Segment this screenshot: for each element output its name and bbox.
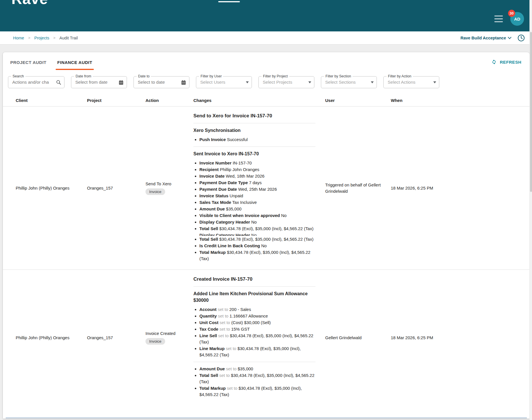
- refresh-icon: [491, 59, 497, 65]
- bottom-pagination-edge: [6, 417, 527, 419]
- column-header-action: Action: [145, 95, 193, 106]
- user-cell: Gellert Grindelwald: [325, 330, 391, 345]
- column-header-client: Client: [16, 95, 87, 106]
- column-header-when: When: [391, 95, 529, 106]
- change-item: Display Category Header No: [199, 219, 315, 225]
- table-row: Phillip John (Philly) OrangesOranges_157…: [3, 270, 529, 405]
- change-title: Created Invoice IN-157-70: [193, 274, 315, 283]
- filter-action-label: Filter by Action: [387, 74, 413, 78]
- calendar-icon[interactable]: [118, 80, 124, 85]
- when-cell: 18 Mar 2026, 6:25 PM: [391, 181, 529, 195]
- breadcrumb-bar: Home > Projects > Audit Trail Rave Build…: [0, 31, 532, 45]
- changes-cell: Created Invoice IN-157-70Added Line Item…: [193, 270, 325, 405]
- filter-user-value: Select Users: [200, 80, 244, 85]
- tab-finance-audit[interactable]: FINANCE AUDIT: [57, 54, 93, 70]
- history-clock-icon[interactable]: [517, 34, 525, 42]
- date-to-label: Date to: [137, 74, 151, 78]
- rave-logo: Rave: [11, 0, 48, 7]
- org-selector-dropdown[interactable]: Rave Build Acceptance: [460, 36, 511, 40]
- project-cell: Oranges_157: [87, 181, 145, 195]
- change-item: Invoice Status Unpaid: [199, 193, 315, 199]
- table-row: Phillip John (Philly) OrangesOranges_157…: [3, 106, 529, 270]
- date-from-field[interactable]: Date from: [71, 76, 127, 88]
- hamburger-menu-icon[interactable]: [494, 15, 503, 22]
- breadcrumb-separator: >: [53, 36, 56, 40]
- client-cell: Phillip John (Philly) Oranges: [16, 181, 87, 195]
- column-header-user: User: [325, 95, 391, 106]
- filter-project-label: Filter by Project: [262, 74, 289, 78]
- filter-project-select[interactable]: Filter by Project Select Projects: [258, 76, 314, 88]
- change-item: Line Sell set to $30,434.78 (Excl), $35,…: [199, 333, 315, 345]
- audit-table: Client Project Action Changes User When …: [3, 95, 529, 405]
- topnav-active-underline: [218, 1, 240, 2]
- action-label: Send To Xero: [145, 181, 189, 186]
- date-from-label: Date from: [74, 74, 93, 78]
- search-icon: [56, 80, 61, 85]
- filter-action-select[interactable]: Filter by Action Select Actions: [383, 76, 439, 88]
- change-item: Amount Due set to $35,000: [199, 366, 315, 372]
- filter-action-value: Select Actions: [388, 80, 432, 85]
- change-item: Payment Due Date Wed, 25th Mar 2026: [199, 186, 315, 192]
- audit-card: PROJECT AUDIT FINANCE AUDIT REFRESH Sear…: [3, 52, 529, 419]
- change-item-list: Account set to 200 - SalesQuantity set t…: [193, 306, 315, 358]
- column-header-project: Project: [87, 95, 145, 106]
- notification-badge: 30: [508, 10, 515, 17]
- when-cell: 18 Mar 2026, 6:25 PM: [391, 331, 529, 345]
- dropdown-arrow-icon: [433, 81, 436, 83]
- date-to-input[interactable]: [138, 80, 181, 85]
- change-item: Visible to Client when Invoice approved …: [199, 212, 315, 219]
- change-item: Display Category Header No: [199, 232, 315, 236]
- filter-project-value: Select Projects: [263, 80, 307, 85]
- filter-section-select[interactable]: Filter by Section Select Sections: [321, 76, 377, 88]
- change-item-list: Invoice Number IN-157-70Recipient Philli…: [193, 160, 315, 262]
- date-from-input[interactable]: [75, 80, 118, 85]
- filter-section-value: Select Sections: [325, 80, 369, 85]
- project-cell: Oranges_157: [87, 331, 145, 345]
- change-item: Account set to 200 - Sales: [199, 306, 315, 313]
- scrollbar-thumb[interactable]: [530, 32, 532, 192]
- breadcrumb-home-link[interactable]: Home: [13, 36, 24, 40]
- change-item: Is Credit Line In Back Costing No: [199, 243, 315, 249]
- app-header: Rave 30 AD: [0, 0, 532, 31]
- section-chip: Invoice: [145, 338, 165, 345]
- change-item: Invoice Number IN-157-70: [199, 160, 315, 166]
- breadcrumb: Home > Projects > Audit Trail: [13, 36, 78, 40]
- change-item: Push Invoice Successful: [199, 136, 315, 143]
- vertical-scrollbar[interactable]: [529, 0, 532, 420]
- change-item: Total Sell set to $30,434.78 (Excl), $35…: [199, 372, 315, 385]
- change-item-list: Push Invoice Successful: [193, 136, 315, 143]
- changes-content: Created Invoice IN-157-70Added Line Item…: [193, 274, 315, 398]
- calendar-icon[interactable]: [181, 80, 186, 85]
- change-item: Amount Due $35,000: [199, 206, 315, 212]
- changes-content: Send to Xero for Invoice IN-157-70Xero S…: [193, 110, 315, 262]
- change-item: Total Sell $30,434.78 (Excl), $35,000 (I…: [199, 236, 315, 242]
- table-header-row: Client Project Action Changes User When: [3, 95, 529, 106]
- refresh-button[interactable]: REFRESH: [490, 54, 523, 70]
- changes-divider: [193, 286, 315, 287]
- audit-tabs: PROJECT AUDIT FINANCE AUDIT: [10, 54, 93, 70]
- changes-cell: Send to Xero for Invoice IN-157-70Xero S…: [193, 106, 325, 270]
- changes-divider: [193, 146, 315, 147]
- change-item: Sales Tax Mode Tax Inclusive: [199, 199, 315, 206]
- filter-user-select[interactable]: Filter by User Select Users: [196, 76, 252, 88]
- change-item: Line Markup set to $30,434.78 (Excl), $3…: [199, 345, 315, 358]
- filter-row: Search Date from: [3, 70, 529, 90]
- breadcrumb-projects-link[interactable]: Projects: [34, 36, 49, 40]
- change-item: Tax Code set to 15% GST: [199, 326, 315, 332]
- action-cell: Invoice CreatedInvoice: [145, 326, 193, 349]
- change-item: Unit Cost set to (Cost) $30,000 (Sell): [199, 319, 315, 326]
- search-field[interactable]: Search: [8, 76, 64, 88]
- date-to-field[interactable]: Date to: [133, 76, 189, 88]
- section-chip: Invoice: [145, 188, 165, 195]
- org-selector-label: Rave Build Acceptance: [460, 36, 506, 40]
- chevron-down-icon: [508, 35, 511, 39]
- search-input[interactable]: [12, 80, 56, 85]
- page-content: PROJECT AUDIT FINANCE AUDIT REFRESH Sear…: [0, 45, 532, 419]
- tab-project-audit[interactable]: PROJECT AUDIT: [10, 54, 47, 70]
- action-cell: Send To XeroInvoice: [145, 177, 193, 200]
- user-avatar[interactable]: 30 AD: [510, 12, 524, 26]
- change-item: Quantity set to 1.166667 Allowance: [199, 313, 315, 319]
- search-label: Search: [11, 74, 25, 78]
- change-item: Invoice Date Wed, 18th Mar 2026: [199, 173, 315, 179]
- change-section-heading: Added Line Item Kitchen Provisional Sum …: [193, 290, 315, 304]
